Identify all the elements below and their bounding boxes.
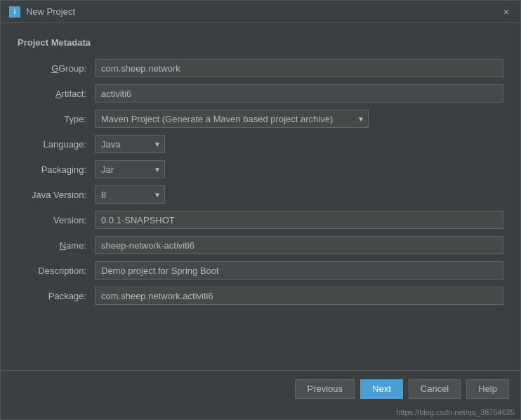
version-input[interactable] (95, 211, 503, 229)
artifact-input[interactable] (95, 84, 503, 103)
type-select-wrapper: Maven Project (Generate a Maven based pr… (95, 110, 369, 128)
java-version-select-wrapper: 8 11 17 ▼ (95, 185, 165, 204)
group-row: GGroup: (18, 59, 503, 77)
java-version-label: Java Version: (18, 190, 95, 200)
new-project-window: i New Project × Project Metadata GGroup:… (0, 0, 521, 420)
close-button[interactable]: × (501, 6, 512, 18)
package-row: Package: (18, 287, 503, 305)
name-input[interactable] (95, 236, 503, 254)
section-title: Project Metadata (18, 37, 503, 48)
title-bar-left: i New Project (9, 6, 75, 18)
version-label: Version: (18, 215, 95, 225)
cancel-button[interactable]: Cancel (409, 379, 461, 399)
group-label: GGroup: (18, 63, 95, 74)
help-button[interactable]: Help (466, 379, 509, 399)
packaging-select[interactable]: Jar War (95, 160, 165, 178)
name-label: Name: (18, 240, 95, 251)
type-label: Type: (18, 114, 95, 124)
window-title: New Project (26, 6, 75, 17)
package-input[interactable] (95, 287, 503, 305)
language-select-wrapper: Java Kotlin Groovy ▼ (95, 135, 165, 153)
form-content: Project Metadata GGroup: Artifact: Type:… (1, 23, 520, 370)
language-label: Language: (18, 139, 95, 150)
footer: Previous Next Cancel Help https://blog.c… (1, 370, 520, 419)
group-input[interactable] (95, 59, 503, 77)
svg-text:i: i (14, 8, 16, 15)
description-input[interactable] (95, 261, 503, 280)
app-icon: i (9, 6, 20, 18)
button-row: Previous Next Cancel Help (1, 370, 520, 407)
name-row: Name: (18, 236, 503, 254)
type-row: Type: Maven Project (Generate a Maven ba… (18, 110, 503, 128)
next-button[interactable]: Next (360, 379, 403, 399)
type-select[interactable]: Maven Project (Generate a Maven based pr… (95, 110, 369, 128)
java-version-row: Java Version: 8 11 17 ▼ (18, 185, 503, 204)
description-label: Description: (18, 265, 95, 276)
previous-button[interactable]: Previous (295, 379, 355, 399)
url-bar: https://blog.csdn.net/qq_38754625 (1, 407, 520, 419)
description-row: Description: (18, 261, 503, 280)
java-version-select[interactable]: 8 11 17 (95, 185, 165, 204)
packaging-select-wrapper: Jar War ▼ (95, 160, 165, 178)
title-bar: i New Project × (1, 1, 520, 23)
language-row: Language: Java Kotlin Groovy ▼ (18, 135, 503, 153)
package-label: Package: (18, 291, 95, 301)
packaging-label: Packaging: (18, 164, 95, 175)
artifact-label: Artifact: (18, 88, 95, 99)
artifact-row: Artifact: (18, 84, 503, 103)
packaging-row: Packaging: Jar War ▼ (18, 160, 503, 178)
language-select[interactable]: Java Kotlin Groovy (95, 135, 165, 153)
version-row: Version: (18, 211, 503, 229)
